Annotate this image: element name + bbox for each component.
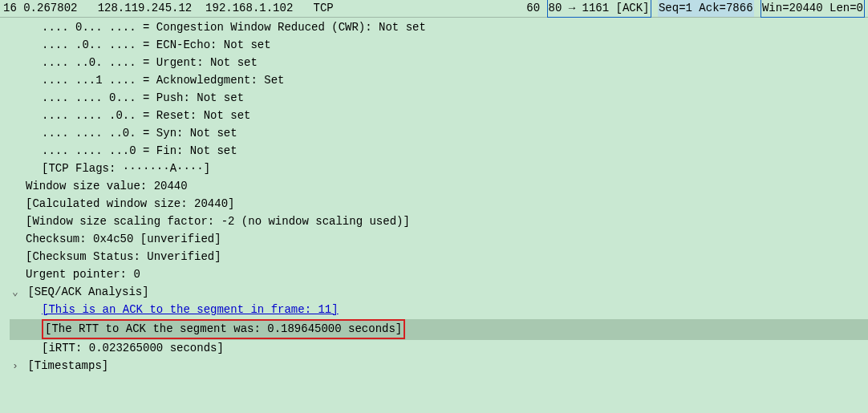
rtt-highlight: [The RTT to ACK the segment was: 0.18964… — [42, 319, 405, 339]
rtt-line[interactable]: [The RTT to ACK the segment was: 0.18964… — [10, 319, 868, 340]
flag-ecn[interactable]: .... .0.. .... = ECN-Echo: Not set — [10, 37, 868, 55]
seq-ack-analysis[interactable]: ⌄ [SEQ/ACK Analysis] — [10, 284, 868, 302]
expand-toggle-icon[interactable]: ⌄ — [10, 285, 21, 301]
col-proto: TCP — [314, 0, 334, 17]
packet-list-row[interactable]: 16 0.267802 128.119.245.12 192.168.1.102… — [0, 0, 868, 18]
col-src: 128.119.245.12 — [98, 0, 193, 17]
urgent-pointer[interactable]: Urgent pointer: 0 — [10, 266, 868, 284]
packet-details-pane: .... 0... .... = Congestion Window Reduc… — [0, 18, 868, 375]
flag-ack[interactable]: .... ...1 .... = Acknowledgment: Set — [10, 72, 868, 90]
checksum[interactable]: Checksum: 0x4c50 [unverified] — [10, 231, 868, 249]
flag-syn[interactable]: .... .... ..0. = Syn: Not set — [10, 125, 868, 143]
info-ports: 80 → 1161 [ACK] — [547, 0, 651, 18]
col-dst: 192.168.1.102 — [205, 0, 293, 17]
info-seq-ack: Seq=1 Ack=7866 — [658, 0, 754, 17]
col-time: 0.267802 — [23, 0, 77, 17]
flag-urg[interactable]: .... ..0. .... = Urgent: Not set — [10, 55, 868, 72]
window-scale-factor[interactable]: [Window size scaling factor: -2 (no wind… — [10, 213, 868, 231]
flag-cwr[interactable]: .... 0... .... = Congestion Window Reduc… — [10, 19, 868, 37]
ack-to-segment[interactable]: [This is an ACK to the segment in frame:… — [10, 302, 868, 319]
checksum-status[interactable]: [Checksum Status: Unverified] — [10, 249, 868, 266]
irtt-line[interactable]: [iRTT: 0.023265000 seconds] — [10, 340, 868, 358]
col-no: 16 — [3, 0, 17, 17]
window-size[interactable]: Window size value: 20440 — [10, 178, 868, 196]
info-win-len: Win=20440 Len=0 — [761, 0, 865, 18]
timestamps[interactable]: › [Timestamps] — [10, 358, 868, 375]
flag-summary[interactable]: [TCP Flags: ·······A····] — [10, 160, 868, 178]
calc-window-size[interactable]: [Calculated window size: 20440] — [10, 196, 868, 213]
collapse-toggle-icon[interactable]: › — [10, 358, 21, 375]
flag-fin[interactable]: .... .... ...0 = Fin: Not set — [10, 143, 868, 160]
flag-rst[interactable]: .... .... .0.. = Reset: Not set — [10, 107, 868, 125]
col-len: 60 — [526, 0, 540, 17]
flag-psh[interactable]: .... .... 0... = Push: Not set — [10, 90, 868, 107]
